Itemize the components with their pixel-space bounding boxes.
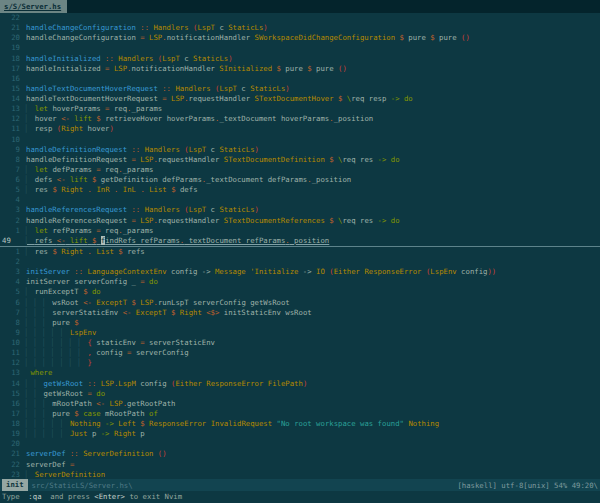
code-line[interactable]: 2 [0,257,600,267]
code-line[interactable]: 4 [0,195,600,205]
code-line[interactable]: 21serverDef :: ServerDefinition () [0,449,600,459]
line-number: 3 [0,205,26,215]
line-number: 13 [0,104,26,114]
code-line[interactable]: 8▏ ▏ ▏ pure $ [0,318,600,328]
line-content: handleDefinitionRequest = LSP.requestHan… [26,155,400,165]
code-line[interactable]: 10▏ ▏ ▏ ▏ ▏ ▏ ▏ { staticEnv = serverStat… [0,338,600,348]
code-line[interactable]: 16▏ ▏ ▏ mRootPath <- LSP.getRootPath [0,399,600,409]
file-path: src/StaticLS/Server.hs\ [32,481,133,490]
code-line[interactable]: 8handleDefinitionRequest = LSP.requestHa… [0,155,600,165]
code-line[interactable]: 14▏ ▏ getWsRoot :: LSP.LspM config (Eith… [0,379,600,389]
code-line[interactable]: 13▏ let hoverParams = req._params [0,104,600,114]
tabline: s/S/Server.hs [0,0,600,13]
line-content: ▏ ▏ ▏ ▏ ▏ ▏ ▏ , config = serverConfig [26,348,189,358]
code-line[interactable]: 23▏ ServerDefinition [0,470,600,479]
line-number: 5 [0,185,26,195]
cmd-text: and press [42,492,95,501]
code-line[interactable]: 19▏ ▏ ▏ ▏ ▏ Just p -> Right p [0,429,600,439]
command-line[interactable]: Type :qa and press <Enter> to exit Nvim [0,491,600,503]
line-number: 18 [0,54,26,64]
line-number: 9 [0,328,26,338]
code-line[interactable]: 1▏ let refParams = req._params [0,226,600,236]
code-line[interactable]: 3handleReferencesRequest :: Handlers (Ls… [0,205,600,215]
line-number: 4 [0,195,26,205]
line-content: ▏ ServerDefinition [26,470,105,479]
line-number: 7 [0,165,26,175]
code-line[interactable]: 21handleChangeConfiguration :: Handlers … [0,23,600,33]
line-number: 1 [0,226,26,236]
line-content: handleTextDocumentHoverRequest = LSP.req… [26,94,413,104]
line-number: 14 [0,94,26,104]
line-number: 20 [0,439,26,449]
nvim-window: s/S/Server.hs 2221handleChangeConfigurat… [0,0,600,503]
line-content: ▏ hover <- lift $ retrieveHover hoverPar… [26,114,373,124]
code-line[interactable]: 15▏ ▏ getWsRoot = do [0,389,600,399]
statusline-right: [haskell] utf-8[unix] 54% 49:20\ [457,481,598,490]
code-line[interactable]: 3initServer :: LanguageContextEnv config… [0,267,600,277]
code-line[interactable]: 20handleChangeConfiguration = LSP.notifi… [0,33,600,43]
line-number: 1 [0,247,26,257]
code-line[interactable]: 17▏ ▏ ▏ pure $ case mRootPath of [0,409,600,419]
code-line[interactable]: 15handleTextDocumentHoverRequest :: Hand… [0,84,600,94]
line-number: 17 [0,409,26,419]
code-line[interactable]: 22serverDef = [0,460,600,470]
line-content: handleChangeConfiguration :: Handlers (L… [26,23,268,33]
line-number: 11 [0,348,26,358]
code-line[interactable]: 6▏ ▏ ▏ wsRoot <- ExceptT $ LSP.runLspT s… [0,298,600,308]
code-line[interactable]: 4initServer serverConfig _ = do [0,277,600,287]
line-content: ▏ ▏ ▏ pure $ [26,318,79,328]
line-number: 6 [0,175,26,185]
code-line[interactable]: 9handleDefinitionRequest :: Handlers (Ls… [0,145,600,155]
code-area[interactable]: 2221handleChangeConfiguration :: Handler… [0,13,600,479]
code-line[interactable]: 7▏ ▏ ▏ serverStaticEnv <- ExceptT $ Righ… [0,308,600,318]
code-line[interactable]: 22 [0,13,600,23]
line-number: 21 [0,23,26,33]
code-line[interactable]: 19 [0,43,600,53]
line-content: ▏ ▏ ▏ mRootPath <- LSP.getRootPath [26,399,175,409]
code-line[interactable]: 11▏ resp (Right hover) [0,124,600,134]
code-line[interactable]: 6▏ defs <- lift $ getDefinition defParam… [0,175,600,185]
line-content: ▏ ▏ ▏ serverStaticEnv <- ExceptT $ Right… [26,308,312,318]
line-number: 7 [0,308,26,318]
code-line[interactable]: 2handleReferencesRequest = LSP.requestHa… [0,216,600,226]
line-content: where [26,368,52,378]
line-number: 13 [0,368,26,378]
code-line[interactable]: 5▏ res $ Right . InR . InL . List $ defs [0,185,600,195]
tab-server-hs[interactable]: s/S/Server.hs [0,0,67,13]
line-number: 20 [0,33,26,43]
line-content: ▏ let refParams = req._params [26,226,153,236]
line-content: initServer :: LanguageContextEnv config … [26,267,496,277]
line-content: ▏ ▏ ▏ ▏ ▏ Just p -> Right p [26,429,145,439]
code-line-current[interactable]: 49▏ refs <- lift $ findRefs refParams._t… [0,236,600,247]
code-line[interactable]: 18handleInitialized :: Handlers (LspT c … [0,54,600,64]
code-line[interactable]: 7▏ let defParams = req._params [0,165,600,175]
line-content: ▏ let hoverParams = req._params [26,104,162,114]
code-line[interactable]: 10 [0,135,600,145]
code-line[interactable]: 16 [0,74,600,84]
statusline-left: init src/StaticLS/Server.hs\ [2,479,133,491]
line-number: 10 [0,135,26,145]
code-line[interactable]: 18▏ ▏ ▏ ▏ ▏ Nothing -> Left $ ResponseEr… [0,419,600,429]
code-line[interactable]: 9▏ ▏ ▏ ▏ ▏ LspEnv [0,328,600,338]
code-line[interactable]: 12▏ hover <- lift $ retrieveHover hoverP… [0,114,600,124]
code-line[interactable]: 13 where [0,368,600,378]
line-number: 49 [0,236,26,246]
line-content: ▏ refs <- lift $ findRefs refParams._tex… [26,236,329,246]
line-content: initServer serverConfig _ = do [26,277,158,287]
cmd-key-hint: <Enter> [94,492,125,501]
code-line[interactable]: 17handleInitialized = LSP.notificationHa… [0,64,600,74]
line-content: handleInitialized = LSP.notificationHand… [26,64,347,74]
code-line[interactable]: 5▏ runExceptT $ do [0,287,600,297]
line-number: 16 [0,74,26,84]
code-line[interactable]: 11▏ ▏ ▏ ▏ ▏ ▏ ▏ , config = serverConfig [0,348,600,358]
code-line[interactable]: 20 [0,439,600,449]
code-line[interactable]: 14handleTextDocumentHoverRequest = LSP.r… [0,94,600,104]
line-number: 8 [0,155,26,165]
line-content: ▏ ▏ ▏ wsRoot <- ExceptT $ LSP.runLspT se… [26,298,290,308]
code-line[interactable]: 1▏ res $ Right . List $ refs [0,247,600,257]
line-content: handleReferencesRequest :: Handlers (Lsp… [26,205,259,215]
line-number: 21 [0,449,26,459]
line-number: 11 [0,124,26,134]
line-content: ▏ runExceptT $ do [26,287,101,297]
code-line[interactable]: 12▏ ▏ ▏ ▏ ▏ ▏ ▏ } [0,358,600,368]
